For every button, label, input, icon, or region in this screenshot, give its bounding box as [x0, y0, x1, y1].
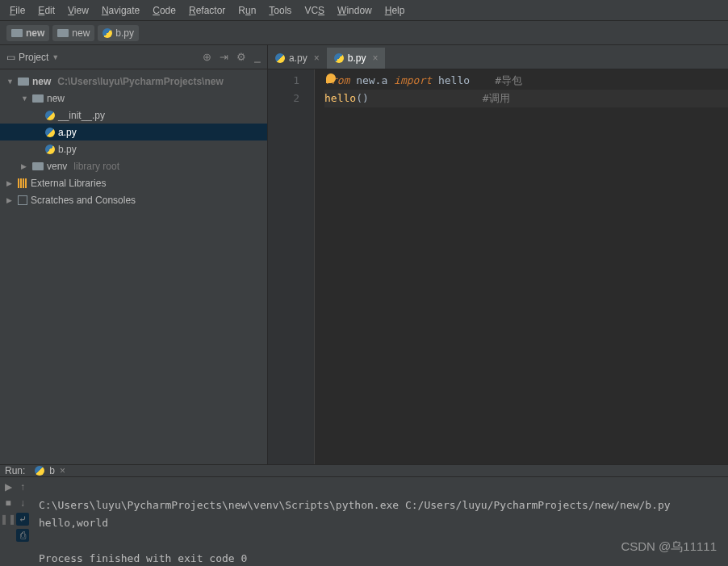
- breadcrumb-label: b.py: [115, 27, 134, 39]
- tree-file[interactable]: __init__.py: [0, 107, 267, 124]
- python-run-icon: [45, 145, 55, 154]
- run-config-name[interactable]: b: [49, 465, 55, 476]
- close-icon[interactable]: ×: [60, 465, 65, 476]
- library-icon: [18, 178, 27, 188]
- locate-icon[interactable]: ⊕: [203, 51, 211, 63]
- python-run-icon: [334, 53, 344, 63]
- soft-wrap-button[interactable]: ⤶: [16, 513, 29, 526]
- menu-navigate[interactable]: Navigate: [95, 5, 146, 16]
- menu-file[interactable]: File: [3, 5, 31, 16]
- menu-help[interactable]: Help: [379, 5, 412, 16]
- chevron-right-icon: ▶: [21, 162, 29, 170]
- editor-tabs: a.py× b.py×: [268, 45, 728, 69]
- menu-tools[interactable]: Tools: [262, 5, 298, 16]
- tree-file[interactable]: b.py: [0, 140, 267, 157]
- chevron-down-icon: ▼: [21, 94, 29, 103]
- code-line: hello() #调用: [324, 90, 728, 107]
- code-content[interactable]: from new.a import hello #导包 hello() #调用: [315, 69, 728, 464]
- rerun-button[interactable]: ▶: [2, 480, 15, 493]
- python-icon: [275, 53, 285, 63]
- chevron-right-icon: ▶: [6, 179, 15, 187]
- console-line: Process finished with exit code 0: [39, 552, 247, 564]
- python-icon: [45, 128, 55, 137]
- folder-icon: [18, 78, 29, 86]
- tree-label: new: [47, 93, 65, 104]
- python-run-icon: [35, 466, 44, 476]
- breadcrumb-label: new: [72, 27, 90, 39]
- folder-icon: [57, 29, 69, 37]
- tree-external-libs[interactable]: ▶External Libraries: [0, 174, 267, 191]
- menu-vcs[interactable]: VCS: [298, 5, 331, 16]
- breadcrumb[interactable]: new: [6, 25, 49, 41]
- editor-tab[interactable]: a.py×: [268, 48, 327, 69]
- close-icon[interactable]: ×: [372, 52, 378, 64]
- project-tree: ▼newC:\Users\luyu\PycharmProjects\new ▼n…: [0, 69, 267, 212]
- line-number: 1: [268, 72, 299, 90]
- menu-code[interactable]: Code: [146, 5, 182, 16]
- folder-icon: [32, 162, 44, 170]
- scroll-end-button[interactable]: ⎙: [16, 529, 29, 542]
- tree-folder[interactable]: ▼new: [0, 90, 267, 107]
- tree-label: a.py: [58, 127, 77, 138]
- tree-folder[interactable]: ▶venvlibrary root: [0, 157, 267, 174]
- tree-scratches[interactable]: ▶Scratches and Consoles: [0, 191, 267, 208]
- run-title: Run:: [5, 465, 25, 476]
- run-header: Run: b ×: [0, 465, 728, 477]
- tab-label: b.py: [348, 52, 366, 64]
- stop-button[interactable]: ■: [2, 497, 15, 509]
- tree-root[interactable]: ▼newC:\Users\luyu\PycharmProjects\new: [0, 73, 267, 90]
- down-button[interactable]: ↓: [16, 497, 29, 509]
- sidebar-title[interactable]: Project: [19, 52, 48, 63]
- tree-hint: library root: [73, 161, 119, 172]
- breadcrumb-label: new: [26, 27, 44, 39]
- project-tool-icon: ▭: [6, 52, 15, 63]
- code-area[interactable]: 1 2 from new.a import hello #导包 hello() …: [268, 69, 728, 464]
- chevron-right-icon: ▶: [6, 196, 15, 204]
- run-toolbar: ▶ ■ ❚❚ ↑ ↓ ⤶ ⎙: [0, 477, 32, 566]
- console-line: hello,world: [39, 517, 108, 529]
- menu-refactor[interactable]: Refactor: [182, 5, 232, 16]
- breadcrumb[interactable]: b.py: [98, 25, 139, 41]
- project-sidebar: ▭ Project ▼ ⊕ ⇥ ⚙ ⎯ ▼newC:\Users\luyu\Py…: [0, 45, 268, 464]
- tree-path: C:\Users\luyu\PycharmProjects\new: [57, 76, 223, 87]
- python-icon: [103, 28, 112, 38]
- chevron-down-icon: ▼: [6, 78, 15, 86]
- breadcrumb-bar: new new b.py: [0, 21, 728, 45]
- gutter: 1 2: [268, 69, 315, 464]
- scratch-icon: [18, 195, 27, 205]
- tree-label: Scratches and Consoles: [31, 195, 136, 206]
- tree-label: venv: [47, 161, 67, 172]
- python-icon: [45, 111, 55, 120]
- pause-button[interactable]: ❚❚: [2, 513, 15, 526]
- menu-view[interactable]: View: [61, 5, 95, 16]
- code-line: from new.a import hello #导包: [324, 72, 728, 90]
- tab-label: a.py: [289, 52, 308, 64]
- folder-icon: [11, 29, 23, 37]
- editor: a.py× b.py× 1 2 from new.a import hello …: [268, 45, 728, 464]
- folder-icon: [32, 94, 44, 103]
- console-line: C:\Users\luyu\PycharmProjects\new\venv\S…: [39, 499, 671, 511]
- sidebar-header: ▭ Project ▼ ⊕ ⇥ ⚙ ⎯: [0, 45, 267, 69]
- tree-label: b.py: [58, 144, 77, 155]
- editor-tab[interactable]: b.py×: [327, 48, 386, 69]
- dropdown-arrow-icon[interactable]: ▼: [52, 53, 59, 61]
- menu-bar: File Edit View Navigate Code Refactor Ru…: [0, 0, 728, 21]
- run-panel: Run: b × ▶ ■ ❚❚ ↑ ↓ ⤶ ⎙ C:\Users\luyu\Py…: [0, 464, 728, 566]
- gear-icon[interactable]: ⚙: [236, 51, 246, 63]
- line-number: 2: [268, 90, 299, 107]
- intention-bulb-icon[interactable]: [326, 73, 336, 83]
- menu-edit[interactable]: Edit: [31, 5, 61, 16]
- collapse-icon[interactable]: ⇥: [220, 51, 228, 63]
- watermark: CSDN @乌11111: [621, 539, 717, 555]
- tree-file[interactable]: a.py: [0, 124, 267, 140]
- menu-run[interactable]: Run: [232, 5, 262, 16]
- tree-label: __init__.py: [58, 110, 105, 121]
- menu-window[interactable]: Window: [331, 5, 379, 16]
- tree-label: External Libraries: [31, 178, 106, 189]
- close-icon[interactable]: ×: [314, 52, 320, 64]
- up-button[interactable]: ↑: [16, 480, 29, 493]
- hide-icon[interactable]: ⎯: [254, 51, 261, 63]
- breadcrumb[interactable]: new: [52, 25, 94, 41]
- tree-label: new: [32, 76, 51, 87]
